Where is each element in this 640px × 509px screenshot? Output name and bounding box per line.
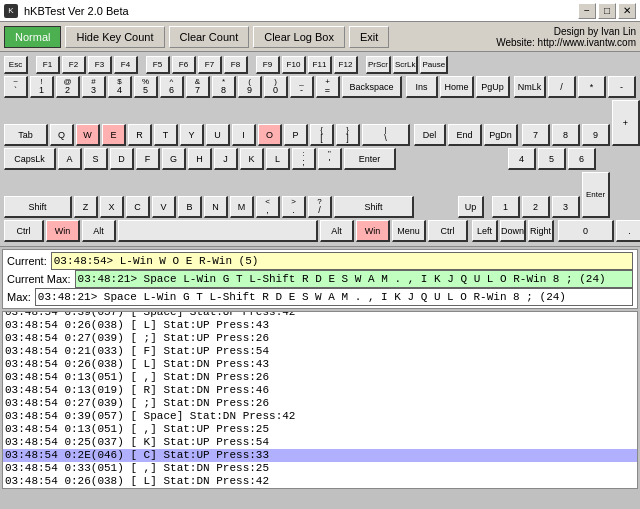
key-f6[interactable]: F6 (172, 56, 196, 74)
key-numdot[interactable]: . (616, 220, 640, 242)
key-equals[interactable]: += (316, 76, 340, 98)
key-pgup[interactable]: PgUp (476, 76, 510, 98)
key-tab[interactable]: Tab (4, 124, 48, 146)
key-e[interactable]: E (102, 124, 126, 146)
key-ins[interactable]: Ins (406, 76, 438, 98)
key-3[interactable]: #3 (82, 76, 106, 98)
exit-button[interactable]: Exit (349, 26, 389, 48)
key-scrlk[interactable]: ScrLk (393, 56, 418, 74)
key-num1[interactable]: 1 (492, 196, 520, 218)
key-semicolon[interactable]: :; (292, 148, 316, 170)
key-backspace[interactable]: Backspace (342, 76, 402, 98)
key-num3[interactable]: 3 (552, 196, 580, 218)
key-f4[interactable]: F4 (114, 56, 138, 74)
key-a[interactable]: A (58, 148, 82, 170)
key-v[interactable]: V (152, 196, 176, 218)
key-k[interactable]: K (240, 148, 264, 170)
key-menu[interactable]: Menu (392, 220, 426, 242)
key-pause[interactable]: Pause (420, 56, 448, 74)
key-f3[interactable]: F3 (88, 56, 112, 74)
close-button[interactable]: ✕ (618, 3, 636, 19)
maximize-button[interactable]: □ (598, 3, 616, 19)
key-left[interactable]: Left (472, 220, 498, 242)
key-5[interactable]: %5 (134, 76, 158, 98)
key-n[interactable]: N (204, 196, 228, 218)
key-shift-left[interactable]: Shift (4, 196, 72, 218)
clear-log-box-button[interactable]: Clear Log Box (253, 26, 345, 48)
key-ctrl-left[interactable]: Ctrl (4, 220, 44, 242)
key-shift-right[interactable]: Shift (334, 196, 414, 218)
key-numsub[interactable]: - (608, 76, 636, 98)
key-win-left[interactable]: Win (46, 220, 80, 242)
key-alt-left[interactable]: Alt (82, 220, 116, 242)
key-f[interactable]: F (136, 148, 160, 170)
key-2[interactable]: @2 (56, 76, 80, 98)
key-num2[interactable]: 2 (522, 196, 550, 218)
key-u[interactable]: U (206, 124, 230, 146)
normal-button[interactable]: Normal (4, 26, 61, 48)
key-right[interactable]: Right (528, 220, 554, 242)
key-num7[interactable]: 7 (522, 124, 550, 146)
key-7[interactable]: &7 (186, 76, 210, 98)
key-numlock[interactable]: NmLk (514, 76, 546, 98)
key-q[interactable]: Q (50, 124, 74, 146)
key-0[interactable]: )0 (264, 76, 288, 98)
key-i[interactable]: I (232, 124, 256, 146)
key-slash[interactable]: ?/ (308, 196, 332, 218)
key-end[interactable]: End (448, 124, 482, 146)
key-1[interactable]: !1 (30, 76, 54, 98)
key-backslash[interactable]: |\ (362, 124, 410, 146)
key-f12[interactable]: F12 (334, 56, 358, 74)
key-f7[interactable]: F7 (198, 56, 222, 74)
key-4[interactable]: $4 (108, 76, 132, 98)
key-f10[interactable]: F10 (282, 56, 306, 74)
key-8[interactable]: *8 (212, 76, 236, 98)
key-space[interactable] (118, 220, 318, 242)
key-down[interactable]: Down (500, 220, 526, 242)
key-del[interactable]: Del (414, 124, 446, 146)
key-backtick[interactable]: ~` (4, 76, 28, 98)
key-d[interactable]: D (110, 148, 134, 170)
key-9[interactable]: (9 (238, 76, 262, 98)
key-ctrl-right[interactable]: Ctrl (428, 220, 468, 242)
key-num9[interactable]: 9 (582, 124, 610, 146)
key-num4[interactable]: 4 (508, 148, 536, 170)
key-t[interactable]: T (154, 124, 178, 146)
key-numdiv[interactable]: / (548, 76, 576, 98)
key-f8[interactable]: F8 (224, 56, 248, 74)
key-rbracket[interactable]: }] (336, 124, 360, 146)
key-y[interactable]: Y (180, 124, 204, 146)
key-numadd[interactable]: + (612, 100, 640, 146)
key-f11[interactable]: F11 (308, 56, 332, 74)
key-lbracket[interactable]: {[ (310, 124, 334, 146)
key-x[interactable]: X (100, 196, 124, 218)
key-s[interactable]: S (84, 148, 108, 170)
key-l[interactable]: L (266, 148, 290, 170)
key-esc[interactable]: Esc (4, 56, 28, 74)
key-pgdn[interactable]: PgDn (484, 124, 518, 146)
key-num5[interactable]: 5 (538, 148, 566, 170)
key-f1[interactable]: F1 (36, 56, 60, 74)
key-prtsc[interactable]: PrScr (366, 56, 391, 74)
key-period[interactable]: >. (282, 196, 306, 218)
key-f9[interactable]: F9 (256, 56, 280, 74)
key-nummul[interactable]: * (578, 76, 606, 98)
clear-count-button[interactable]: Clear Count (169, 26, 250, 48)
key-r[interactable]: R (128, 124, 152, 146)
key-up[interactable]: Up (458, 196, 484, 218)
key-num0[interactable]: 0 (558, 220, 614, 242)
key-comma[interactable]: <, (256, 196, 280, 218)
key-win-right[interactable]: Win (356, 220, 390, 242)
key-m[interactable]: M (230, 196, 254, 218)
key-h[interactable]: H (188, 148, 212, 170)
key-home[interactable]: Home (440, 76, 474, 98)
key-b[interactable]: B (178, 196, 202, 218)
key-minus[interactable]: _- (290, 76, 314, 98)
hide-key-count-button[interactable]: Hide Key Count (65, 26, 164, 48)
key-g[interactable]: G (162, 148, 186, 170)
key-num8[interactable]: 8 (552, 124, 580, 146)
key-j[interactable]: J (214, 148, 238, 170)
log-area[interactable]: 03:48:54 0:13(019) [ R] Stat:UP Press:46… (2, 311, 638, 489)
key-p[interactable]: P (284, 124, 308, 146)
key-alt-right[interactable]: Alt (320, 220, 354, 242)
